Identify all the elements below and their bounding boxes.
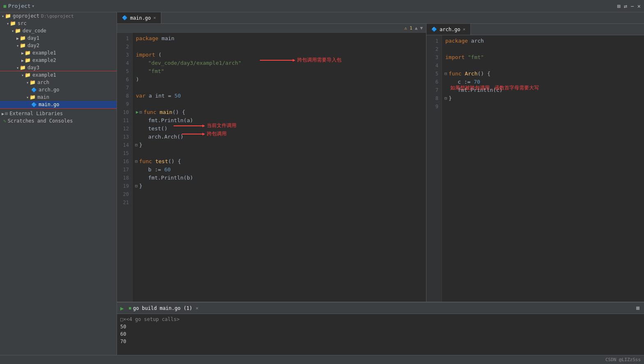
code-line-13: arch.Arch(): [136, 133, 426, 141]
tab-arch-go[interactable]: 🔷 arch.go ×: [426, 24, 471, 35]
title-bar: ◼ Project ▾ ⊞ ⇄ − ×: [0, 0, 644, 12]
code-line-10: ▶ ⊟ func main() {: [136, 108, 426, 116]
code-line-21: [136, 198, 426, 207]
right-code-lines: package arch import "fmt" ⊟ func Arch() …: [442, 35, 644, 302]
code-line-15: [136, 149, 426, 157]
sidebar-item-arch-go[interactable]: 🔷 arch.go: [0, 86, 117, 93]
title-bar-dropdown[interactable]: ▾: [32, 3, 35, 9]
main-go-tab-label: main.go: [130, 15, 151, 21]
arch-go-tab-icon: 🔷: [431, 27, 437, 32]
split-icon[interactable]: ⇄: [624, 3, 627, 9]
left-code-lines: package main import ( "dev_code/day3/exa…: [133, 33, 426, 302]
bottom-tab-run-close[interactable]: ×: [196, 305, 199, 311]
code-line-20: [136, 190, 426, 198]
right-code-line-4: [445, 61, 644, 70]
run-icon: ◼: [128, 305, 131, 311]
code-line-16: ⊟ func test() {: [136, 157, 426, 166]
left-code-content[interactable]: 1 2 3 4 5 6 7 8 9 10 11 12 13 14: [117, 33, 426, 302]
code-line-4: "dev_code/day3/example1/arch": [136, 59, 426, 67]
right-code-content[interactable]: 1 2 3 4 5 6 7 8 9 package arch: [426, 35, 644, 302]
bottom-controls: ⏹: [635, 305, 641, 311]
bottom-tab-run[interactable]: ◼ go build main.go (1) ×: [125, 305, 202, 311]
sidebar-item-example1-day2[interactable]: ▶ 📁 example1: [0, 49, 117, 57]
code-line-6: ): [136, 75, 426, 84]
code-line-1: package main: [136, 34, 426, 43]
sidebar: ▾ 📁 goproject D:\goproject ▾ 📁 src ▾ 📁 d…: [0, 12, 117, 355]
right-code-line-3: import "fmt": [445, 53, 644, 61]
right-code-line-5: ⊟ func Arch() {: [445, 70, 644, 78]
bottom-panel: ▶ ◼ go build main.go (1) × ⏹ □×<4 go set…: [117, 302, 644, 355]
code-line-14: ⊟}: [136, 141, 426, 149]
main-go-tab-icon: 🔷: [122, 15, 128, 20]
sidebar-item-day2[interactable]: ▾ 📁 day2: [0, 42, 117, 49]
run-main-btn[interactable]: ▶: [136, 108, 139, 116]
tab-bar: 🔷 main.go ×: [117, 12, 644, 24]
right-code-line-8: ⊟}: [445, 94, 644, 102]
line-numbers-right: 1 2 3 4 5 6 7 8 9: [426, 35, 442, 302]
bottom-content: □×<4 go setup calls> 50 60 70: [117, 314, 644, 355]
code-line-9: [136, 100, 426, 108]
code-line-12: test(): [136, 125, 426, 133]
code-line-19: ⊟}: [136, 182, 426, 190]
warning-nav-down[interactable]: ▼: [420, 25, 423, 31]
fold-test-btn[interactable]: ⊟: [135, 157, 138, 166]
close-icon[interactable]: ×: [637, 3, 641, 9]
arch-go-tab-close[interactable]: ×: [463, 27, 466, 32]
bottom-tab-bar: ▶ ◼ go build main.go (1) × ⏹: [117, 303, 644, 314]
grid-icon[interactable]: ⊞: [617, 3, 620, 9]
terminal-out-70: 70: [120, 338, 641, 345]
sidebar-item-goproject[interactable]: ▾ 📁 goproject D:\goproject: [0, 12, 117, 20]
fold-arch-btn[interactable]: ⊟: [445, 70, 447, 78]
warning-bar: ⚠ 1 ▲ ▼: [117, 24, 426, 33]
right-code-line-1: package arch: [445, 37, 644, 45]
code-line-8: var a int = 50: [136, 92, 426, 100]
arch-go-tab-label: arch.go: [440, 27, 461, 32]
sidebar-item-day1[interactable]: ▶ 📁 day1: [0, 34, 117, 42]
code-line-5: "fmt": [136, 67, 426, 75]
run-play-btn[interactable]: ▶: [120, 305, 124, 312]
right-code-line-9: [445, 102, 644, 111]
sidebar-item-arch-folder[interactable]: ▾ 📁 arch: [0, 79, 117, 86]
title-bar-title: Project: [8, 3, 31, 9]
sidebar-item-example2-day2[interactable]: ▶ 📁 example2: [0, 57, 117, 64]
code-line-3: import (: [136, 51, 426, 59]
fold-main-btn[interactable]: ⊟: [140, 108, 142, 116]
code-line-7: [136, 84, 426, 92]
code-line-18: fmt.Println(b): [136, 174, 426, 182]
code-line-17: b := 60: [136, 166, 426, 174]
right-pane-container: 🔷 arch.go × 1 2 3 4 5 6: [426, 24, 644, 302]
code-line-2: [136, 43, 426, 51]
bottom-tab-run-label: go build main.go (1): [133, 305, 193, 311]
minimize-icon[interactable]: −: [630, 3, 634, 9]
sidebar-item-example1[interactable]: ▾ 📁 example1: [0, 71, 117, 79]
sidebar-item-day3[interactable]: ▾ 📁 day3: [0, 64, 117, 71]
status-bar: CSDN @LIZzSss: [0, 355, 644, 364]
right-editor-pane: 1 2 3 4 5 6 7 8 9 package arch: [426, 35, 644, 302]
sidebar-item-scratches[interactable]: ✎ Scratches and Consoles: [0, 117, 117, 125]
status-csdn: CSDN @LIZzSss: [605, 357, 641, 362]
code-line-11: fmt.Println(a): [136, 116, 426, 125]
terminal-out-50: 50: [120, 323, 641, 330]
sidebar-item-dev_code[interactable]: ▾ 📁 dev_code: [0, 27, 117, 34]
warning-badge: ⚠ 1: [404, 25, 413, 31]
warning-nav-up[interactable]: ▲: [415, 25, 418, 31]
line-numbers-left: 1 2 3 4 5 6 7 8 9 10 11 12 13 14: [117, 33, 133, 302]
main-go-tab-close[interactable]: ×: [154, 15, 156, 20]
sidebar-item-external[interactable]: ▶ ⊞ External Libraries: [0, 110, 117, 117]
right-code-line-7: fmt.Println(c): [445, 86, 644, 94]
terminal-out-60: 60: [120, 330, 641, 338]
project-icon: ◼: [3, 3, 7, 9]
right-tab-bar: 🔷 arch.go ×: [426, 24, 644, 35]
sidebar-item-main-go[interactable]: 🔷 main.go: [0, 101, 117, 108]
sidebar-item-src[interactable]: ▾ 📁 src: [0, 20, 117, 27]
left-editor-pane: ⚠ 1 ▲ ▼ 1 2 3 4 5 6 7 8 9: [117, 24, 426, 302]
sidebar-item-main-folder[interactable]: ▾ 📁 main: [0, 93, 117, 101]
right-code-line-6: c := 70: [445, 78, 644, 86]
stop-icon[interactable]: ⏹: [635, 305, 641, 311]
terminal-cmd: □×<4 go setup calls>: [120, 316, 641, 323]
right-code-line-2: [445, 45, 644, 53]
tab-main-go[interactable]: 🔷 main.go ×: [117, 12, 161, 23]
